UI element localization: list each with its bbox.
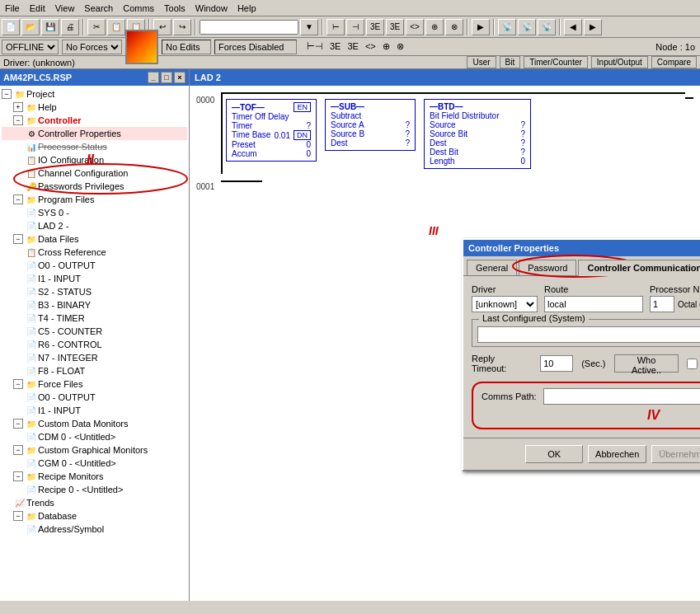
btn2[interactable]: ⊣ (346, 19, 364, 35)
tof-en-contact[interactable]: EN (294, 102, 311, 112)
expand-controller[interactable]: − (13, 115, 23, 125)
expand-recipe[interactable]: − (13, 471, 23, 481)
tree-item-passwords[interactable]: 🔑 Passwords Privileges (2, 180, 187, 193)
btn3[interactable]: 3E (366, 19, 384, 35)
cancel-btn[interactable]: Abbrechen (588, 445, 646, 463)
tab-bit[interactable]: Bit (500, 56, 521, 68)
comms-path-input[interactable] (543, 388, 700, 405)
minimize-btn[interactable]: _ (148, 72, 159, 83)
comm-btn2[interactable]: 📡 (518, 19, 536, 35)
tree-item-recipe[interactable]: − 📁 Recipe Monitors (2, 470, 187, 483)
redo-btn[interactable]: ↪ (173, 19, 191, 35)
last-configured-input[interactable] (477, 326, 700, 343)
expand-database[interactable]: − (13, 511, 23, 521)
tree-item-io-config[interactable]: 📋 IO Configuration (2, 153, 187, 166)
nav-fwd[interactable]: ▶ (584, 19, 602, 35)
btn4[interactable]: 3E (386, 19, 404, 35)
expand-data-files[interactable]: − (13, 234, 23, 244)
route-input[interactable] (544, 296, 643, 312)
tree-item-cdm[interactable]: − 📁 Custom Data Monitors (2, 417, 187, 430)
tab-timer-counter[interactable]: Timer/Counter (524, 56, 588, 68)
tree-item-controller[interactable]: − 📁 Controller (2, 114, 187, 127)
btn5[interactable]: <> (406, 19, 424, 35)
cut-btn[interactable]: ✂ (87, 19, 106, 35)
print-btn[interactable]: 🖨 (61, 19, 79, 35)
menu-search[interactable]: Search (79, 2, 118, 15)
btn-c[interactable]: 3E (347, 41, 358, 52)
tree-item-address[interactable]: 📄 Address/Symbol (2, 523, 187, 536)
tree-item-r6-control[interactable]: 📄 R6 - CONTROL (2, 338, 187, 351)
comm-btn1[interactable]: 📡 (498, 19, 516, 35)
tree-item-recipe0[interactable]: 📄 Recipe 0 - <Untitled> (2, 483, 187, 496)
tree-item-cdm0[interactable]: 📄 CDM 0 - <Untitled> (2, 430, 187, 443)
tree-item-force-i1[interactable]: 📄 I1 - INPUT (2, 404, 187, 417)
tree-item-n7-integer[interactable]: 📄 N7 - INTEGER (2, 351, 187, 364)
tree-item-t4-timer[interactable]: 📄 T4 - TIMER (2, 312, 187, 325)
menu-edit[interactable]: Edit (25, 2, 50, 15)
tree-item-cgm[interactable]: − 📁 Custom Graphical Monitors (2, 443, 187, 457)
menu-view[interactable]: View (50, 2, 80, 15)
tree-item-lad2[interactable]: 📄 LAD 2 - (2, 219, 187, 232)
tree-item-force-o0[interactable]: 📄 O0 - OUTPUT (2, 391, 187, 404)
comm-btn3[interactable]: 📡 (538, 19, 556, 35)
tree-item-cross-ref[interactable]: 📋 Cross Reference (2, 246, 187, 259)
menu-file[interactable]: File (0, 2, 25, 15)
tree-item-s2-status[interactable]: 📄 S2 - STATUS (2, 285, 187, 298)
tree-item-data-files[interactable]: − 📁 Data Files (2, 232, 187, 246)
menu-window[interactable]: Window (190, 2, 233, 15)
run-btn[interactable]: ▶ (472, 19, 490, 35)
tree-item-f8-float[interactable]: 📄 F8 - FLOAT (2, 364, 187, 377)
who-active-btn[interactable]: Who Active.. (614, 354, 679, 373)
apply-btn[interactable]: Übernehmen (651, 445, 700, 463)
tree-item-o0-output[interactable]: 📄 O0 - OUTPUT (2, 259, 187, 272)
expand-cdm[interactable]: − (13, 419, 23, 429)
menu-comms[interactable]: Comms (118, 2, 159, 15)
tree-item-force-files[interactable]: − 📁 Force Files (2, 377, 187, 391)
btn-a[interactable]: ⊢⊣ (307, 41, 323, 52)
expand-help[interactable]: + (13, 102, 23, 112)
tree-item-help[interactable]: + 📁 Help (2, 101, 187, 114)
copy-btn[interactable]: 📋 (107, 19, 125, 35)
tree-item-c5-counter[interactable]: 📄 C5 - COUNTER (2, 325, 187, 338)
tab-general[interactable]: General (467, 260, 517, 275)
tree-item-i1-input[interactable]: 📄 I1 - INPUT (2, 272, 187, 285)
open-btn[interactable]: 📂 (21, 19, 40, 35)
tab-user[interactable]: User (467, 56, 496, 68)
tree-item-project[interactable]: − 📁 Project (2, 87, 187, 101)
reply-timeout-input[interactable] (540, 355, 573, 372)
tab-password[interactable]: Password (519, 260, 576, 275)
mode-select[interactable]: OFFLINE ONLINE (2, 40, 59, 54)
proc-node-input[interactable] (650, 296, 674, 312)
expand-program-files[interactable]: − (13, 195, 23, 204)
tree-item-sys0[interactable]: 📄 SYS 0 - (2, 206, 187, 219)
tree-item-database[interactable]: − 📁 Database (2, 509, 187, 523)
tree-item-controller-properties[interactable]: ⚙ Controller Properties (2, 127, 187, 140)
search-btn[interactable]: ▼ (300, 19, 318, 35)
ok-btn[interactable]: OK (525, 445, 583, 463)
driver-select[interactable]: [unknown] (472, 296, 538, 312)
btn-f[interactable]: ⊗ (397, 41, 404, 52)
btn7[interactable]: ⊗ (445, 19, 463, 35)
new-btn[interactable]: 📄 (2, 19, 20, 35)
tof-dn-contact[interactable]: DN (294, 130, 311, 140)
tree-item-b3-binary[interactable]: 📄 B3 - BINARY (2, 298, 187, 312)
tree-item-program-files[interactable]: − 📁 Program Files (2, 193, 187, 206)
search-input[interactable] (200, 20, 298, 35)
btn-d[interactable]: <> (365, 41, 376, 52)
forces-select[interactable]: No Forces Forces (62, 40, 122, 54)
tree-item-channel-config[interactable]: 📋 Channel Configuration (2, 166, 187, 180)
expand-project[interactable]: − (2, 89, 12, 99)
tab-input-output[interactable]: Input/Output (591, 56, 648, 68)
tree-item-cgm0[interactable]: 📄 CGM 0 - <Untitled> (2, 457, 187, 470)
menu-help[interactable]: Help (233, 2, 261, 15)
close-btn[interactable]: × (174, 72, 186, 83)
save-btn[interactable]: 💾 (41, 19, 59, 35)
btn-b[interactable]: 3E (330, 41, 341, 52)
nav-back[interactable]: ◀ (564, 19, 582, 35)
btn6[interactable]: ⊕ (425, 19, 444, 35)
maximize-btn[interactable]: □ (161, 72, 172, 83)
btn1[interactable]: ⊢ (327, 19, 345, 35)
btn-e[interactable]: ⊕ (383, 41, 390, 52)
tree-item-processor-status[interactable]: 📊 Processor Status (2, 140, 187, 153)
tab-compare[interactable]: Compare (651, 56, 697, 68)
